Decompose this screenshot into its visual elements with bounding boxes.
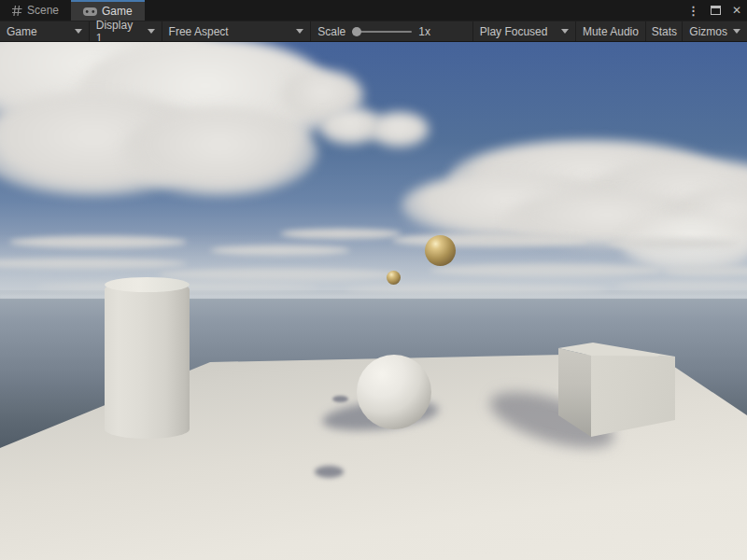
close-icon[interactable]: ✕ [732,5,741,16]
editor-tab-bar: Scene Game ⋮ ✕ [0,0,747,21]
gold-sphere-large-shadow [315,466,344,478]
game-mode-dropdown[interactable]: Game [0,21,90,41]
tab-scene[interactable]: Scene [0,0,71,21]
scale-value: 1x [418,25,430,38]
tab-game-label: Game [102,5,133,18]
display-dropdown[interactable]: Display 1 [90,21,162,41]
gold-sphere-large [425,235,456,266]
chevron-down-icon [296,29,303,34]
tab-scene-label: Scene [27,4,59,17]
play-focused-dropdown[interactable]: Play Focused [473,21,576,41]
cloud [369,112,430,147]
game-render-viewport[interactable] [0,41,747,560]
scale-slider-thumb[interactable] [352,27,361,36]
chevron-down-icon [733,29,740,34]
mute-audio-button[interactable]: Mute Audio [576,21,647,41]
tab-game[interactable]: Game [71,0,145,21]
gold-sphere-small [387,271,401,285]
gamepad-icon [83,7,97,16]
scale-label: Scale [317,25,345,38]
cube [558,343,675,437]
cylinder-top-face [105,277,190,292]
chevron-down-icon [75,29,82,34]
gold-sphere-small-shadow [332,396,348,402]
cloud [121,107,317,196]
chevron-down-icon [148,29,155,34]
grid-icon [12,6,22,16]
cylinder [105,280,190,439]
aspect-ratio-dropdown[interactable]: Free Aspect [162,21,312,41]
chevron-down-icon [561,29,569,34]
stats-button[interactable]: Stats [646,21,683,41]
window-controls: ⋮ ✕ [687,0,741,21]
sphere [357,355,431,429]
game-view-toolbar: Game Display 1 Free Aspect Scale 1x Play… [0,21,747,41]
scale-control: Scale 1x [311,21,473,41]
kebab-menu-icon[interactable]: ⋮ [687,5,699,17]
maximize-icon[interactable] [711,6,721,15]
scale-slider[interactable] [352,31,412,33]
gizmos-dropdown[interactable]: Gizmos [683,21,747,41]
